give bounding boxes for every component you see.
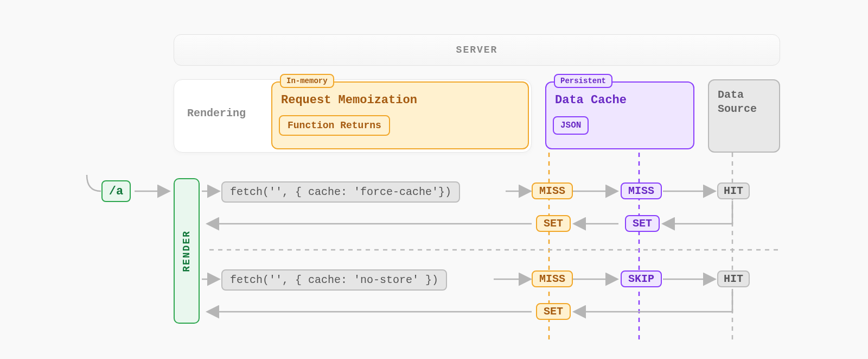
data-source-line1: Data <box>718 89 744 101</box>
request-memoization-box: In-memory Request Memoization Function R… <box>271 81 529 149</box>
fetch-call-1: fetch('', { cache: 'force-cache'}) <box>221 181 460 203</box>
data-cache-tag: Persistent <box>554 74 612 88</box>
source-result-2: HIT <box>717 270 750 287</box>
server-header: SERVER <box>174 34 780 66</box>
data-cache-title: Data Cache <box>555 93 627 107</box>
memo-sub-badge: Function Returns <box>279 115 390 136</box>
data-cache-box: Persistent Data Cache JSON <box>545 81 694 149</box>
memo-result-2: MISS <box>532 270 573 287</box>
memo-set-1: SET <box>536 215 571 232</box>
cache-result-2: SKIP <box>621 270 662 287</box>
rendering-title: Rendering <box>187 107 246 119</box>
route-path: /a <box>109 185 123 198</box>
data-cache-sub-badge: JSON <box>553 116 589 135</box>
cache-result-1: MISS <box>621 182 662 199</box>
memo-title: Request Memoization <box>281 93 417 107</box>
memo-result-1: MISS <box>532 182 573 199</box>
render-bar: RENDER <box>174 178 200 324</box>
server-header-label: SERVER <box>456 45 498 55</box>
source-result-1: HIT <box>717 182 750 199</box>
data-source-box: Data Source <box>708 79 780 153</box>
fetch-call-2: fetch('', { cache: 'no-store' }) <box>221 269 447 291</box>
memo-tag: In-memory <box>280 74 334 88</box>
cache-set-1: SET <box>625 215 660 232</box>
data-source-line2: Source <box>718 103 757 115</box>
render-bar-label: RENDER <box>181 230 192 272</box>
route-badge: /a <box>101 180 131 202</box>
memo-set-2: SET <box>536 303 571 320</box>
